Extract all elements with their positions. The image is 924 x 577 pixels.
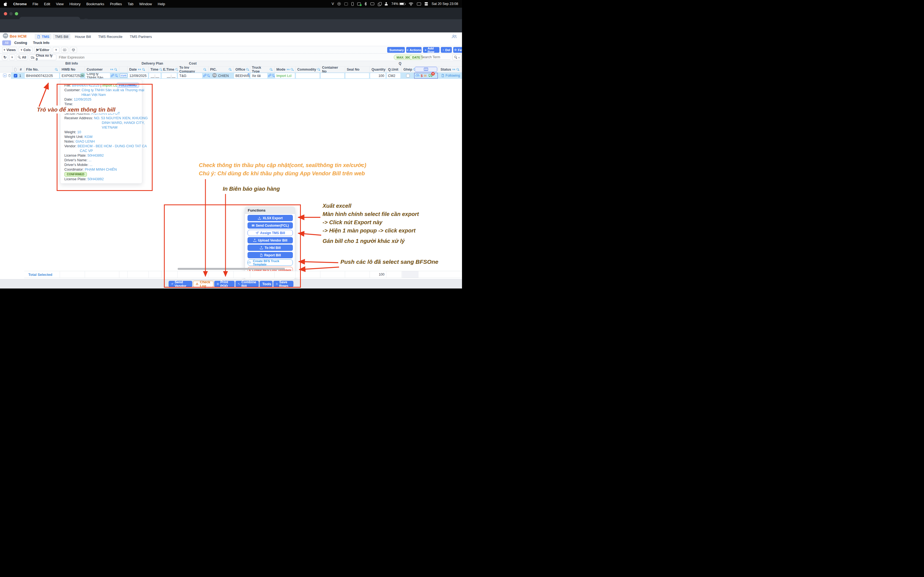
cell-container-no[interactable] <box>321 73 344 78</box>
vpn-status-icon[interactable]: V <box>332 2 334 6</box>
subnav-tab-all[interactable]: All <box>2 40 11 45</box>
delete-button[interactable]: Del <box>441 47 452 53</box>
users-icon[interactable] <box>452 35 457 39</box>
select-all-column[interactable] <box>12 66 18 73</box>
cell-status[interactable]: Following <box>441 74 460 77</box>
keyboard-icon[interactable] <box>417 2 421 5</box>
display-icon[interactable] <box>370 2 374 5</box>
pending-queue-button[interactable]: Chua xu ly 0 <box>29 55 57 60</box>
cell-customer[interactable]: Công ty TNHH Sản <box>85 73 110 78</box>
search-icon[interactable] <box>291 68 294 71</box>
nav-tab-tms[interactable]: TMS <box>35 34 52 40</box>
col-pic[interactable]: PIC. <box>208 66 233 73</box>
col-commodity[interactable]: Commodity <box>296 66 320 73</box>
sort-icons[interactable]: ∨∧ <box>110 68 113 71</box>
device-sync-icon[interactable] <box>357 2 361 5</box>
col-qunit[interactable]: Q.Unit <box>386 66 402 73</box>
battery-status[interactable]: 74% <box>391 2 405 6</box>
cell-date[interactable]: 12/09/2025 <box>128 73 148 78</box>
menu-view[interactable]: View <box>56 2 63 6</box>
sort-icons[interactable]: ∨∧ <box>286 68 290 71</box>
cell-file-no[interactable]: BIHAN007422/25 <box>25 73 59 78</box>
close-window-button[interactable] <box>4 12 7 15</box>
col-seal-no[interactable]: Seal No <box>345 66 370 73</box>
search-icon[interactable] <box>229 68 232 71</box>
cell-mode[interactable]: Import Lcl <box>275 73 295 78</box>
cell-office[interactable]: BEEHAN <box>234 73 249 78</box>
col-container-no[interactable]: Container No <box>320 66 345 73</box>
col-time[interactable]: Time <box>149 66 161 73</box>
toolbar-dropdown-button[interactable]: ∨ <box>53 47 60 53</box>
menu-help[interactable]: Help <box>158 2 165 6</box>
menu-edit[interactable]: Edit <box>44 2 50 6</box>
col-ghep[interactable]: Ghép <box>402 66 414 73</box>
subnav-tab-truck-info[interactable]: Truck Info <box>33 41 50 45</box>
sort-icons[interactable]: ∨∧ <box>138 68 141 71</box>
search-icon[interactable] <box>457 68 460 71</box>
mail-icon[interactable]: ✉ <box>424 74 427 78</box>
cols-button[interactable]: ∨Cols <box>19 47 32 53</box>
col-etime[interactable]: E.Time <box>161 66 178 73</box>
cell-to-inv-company[interactable]: T&G <box>178 73 202 78</box>
link-icon[interactable] <box>111 74 114 77</box>
search-icon[interactable] <box>115 74 118 77</box>
col-customer[interactable]: Customer∨∧ <box>85 66 119 73</box>
fav-button[interactable]: ☆Fav <box>453 47 462 53</box>
search-icon[interactable] <box>204 68 207 71</box>
cell-hwb-no[interactable]: EXP08272526 <box>60 73 80 78</box>
refresh-dropdown-button[interactable]: ∨ <box>9 55 15 60</box>
nav-tab-tms-bill[interactable]: TMS Bill <box>53 34 70 40</box>
menubar-clock[interactable]: Sat 20 Sep 23:08 <box>431 2 458 6</box>
cloud-upload-icon[interactable] <box>415 74 420 77</box>
col-truck-type[interactable]: Truck Type <box>250 66 275 73</box>
editor-toggle-button[interactable]: ✎Editor <box>34 47 51 53</box>
search-icon[interactable] <box>207 74 210 77</box>
col-status[interactable]: Status∨∧ <box>439 66 462 73</box>
zoom-window-button[interactable] <box>15 12 18 15</box>
col-hwb-no[interactable]: HWB No <box>60 66 85 73</box>
search-icon[interactable] <box>55 68 58 71</box>
cell-etime[interactable]: __:__ <box>162 73 177 78</box>
filter-expression-input[interactable] <box>59 55 128 60</box>
menu-window[interactable]: Window <box>139 2 152 6</box>
col-mode[interactable]: Mode∨∧ <box>275 66 296 73</box>
screenshot-icon[interactable] <box>344 2 348 5</box>
subnav-tab-costing[interactable]: Costing <box>14 41 27 45</box>
ghep-checkbox[interactable] <box>406 74 410 77</box>
row-add-icon[interactable]: + <box>3 74 6 77</box>
user-switch-icon[interactable] <box>385 2 388 5</box>
cell-truck-type[interactable]: Xe tải <box>250 73 267 78</box>
search-icon[interactable] <box>272 74 275 77</box>
book-view-button[interactable] <box>61 47 68 53</box>
menu-file[interactable]: File <box>32 2 38 6</box>
package-button[interactable] <box>70 47 77 53</box>
cell-pic[interactable]: CHIEN <box>218 74 229 78</box>
nav-tab-tms-partners[interactable]: TMS Partners <box>130 35 152 39</box>
col-quantity[interactable]: Quantity <box>370 66 386 73</box>
control-center-icon[interactable] <box>425 2 428 5</box>
views-button[interactable]: ∨Views <box>2 47 17 53</box>
link-icon[interactable] <box>268 74 271 77</box>
menu-bookmarks[interactable]: Bookmarks <box>86 2 104 6</box>
apple-menu-icon[interactable] <box>4 2 7 6</box>
user-avatar[interactable]: PM <box>3 33 8 39</box>
cell-quantity[interactable]: 100 <box>370 73 386 78</box>
search-icon[interactable] <box>115 68 118 71</box>
menu-tab[interactable]: Tab <box>128 2 133 6</box>
row-checkbox[interactable]: ✓ <box>14 74 17 77</box>
dollar-icon[interactable]: $ <box>421 74 423 78</box>
col-actions-book-button[interactable] <box>415 67 437 72</box>
row-trash-icon[interactable] <box>8 74 11 77</box>
cell-time[interactable]: __:__ <box>149 73 161 78</box>
brand-title[interactable]: Bee HCM <box>10 34 26 39</box>
phone-mirroring-icon[interactable] <box>351 2 354 6</box>
search-icon[interactable] <box>246 68 249 71</box>
actions-button[interactable]: ≡Actions <box>406 47 422 53</box>
col-date[interactable]: Date∨∧ <box>127 66 149 73</box>
nav-tab-tms-reconcile[interactable]: TMS Reconcile <box>98 35 123 39</box>
menu-chrome[interactable]: Chrome <box>13 2 27 6</box>
cell-commodity[interactable] <box>296 73 320 78</box>
search-icon[interactable] <box>142 68 145 71</box>
wifi-icon[interactable] <box>409 2 414 6</box>
cell-qunit[interactable]: CM2 <box>387 73 401 78</box>
